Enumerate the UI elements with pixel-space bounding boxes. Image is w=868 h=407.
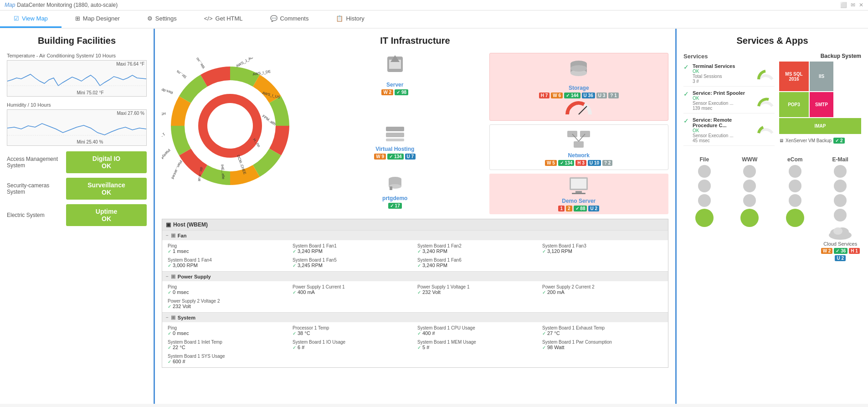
right-upper-section: Services ✓ Terminal Services OK Total Se… — [683, 53, 861, 149]
storage-badge-u2: U 3 — [596, 93, 607, 98]
ps1-current1: Power Supply 1 Current 1 ✓400 mA — [291, 283, 415, 296]
host-fan-group: − ▣ Fan Ping ✓1 msec System Board 1 Fan1… — [162, 230, 668, 271]
digital-io-button[interactable]: Digital IOOK — [66, 151, 147, 173]
print-service-info: Service: Print Spooler OK Sensor Executi… — [693, 90, 753, 111]
demo-badge-ok: ✓ 88 — [574, 206, 587, 211]
treemap-iis[interactable]: IIS — [810, 62, 833, 91]
rpc-row: ✓ Service: Remote Procedure C... OK Sens… — [683, 117, 775, 146]
tab-settings[interactable]: ⚙ Settings — [134, 10, 190, 28]
demo-server-card[interactable]: Demo Server 1 2 ✓ 88 U 2 — [489, 174, 669, 214]
fan-expand-icon[interactable]: − — [166, 233, 169, 238]
server-badge-ok: ✓ 98 — [395, 89, 408, 95]
rpc-gauge — [756, 117, 775, 135]
it-title: IT Infrastructure — [162, 36, 668, 46]
delete-icon[interactable]: ✕ — [859, 2, 863, 8]
surveillance-button[interactable]: SurveillanceOK — [66, 178, 147, 200]
main-content: Building Facilities Temperature - Air Co… — [0, 29, 868, 404]
host-wbem-title: Host (WBEM) — [173, 222, 208, 228]
top-bar: Map DataCenter Monitoring (1880, auto-sc… — [0, 0, 868, 10]
vh-badge-w: W 9 — [374, 154, 386, 160]
tab-map-designer[interactable]: ⊞ Map Designer — [62, 10, 134, 28]
system-server-icon: ▣ — [171, 314, 175, 320]
power-metrics: Ping ✓0 msec Power Supply 1 Current 1 ✓4… — [162, 281, 668, 312]
file-circles — [683, 165, 725, 227]
email-service: E-Mail Cloud Services — [820, 156, 862, 261]
electric-system-label: Electric System — [7, 212, 62, 218]
print-gauge — [756, 90, 775, 108]
svg-rect-41 — [571, 179, 586, 189]
svg-text:AWS_I_DE: AWS_I_DE — [252, 69, 271, 77]
services-apps-panel: Services & Apps Services ✓ Terminal Serv… — [677, 29, 868, 404]
network-card[interactable]: Network W 5 ✓ 134 H 3 U 10 ? 2 — [489, 124, 669, 170]
view-map-icon: ☑ — [14, 15, 19, 22]
terminal-service-detail1: Total Sessions — [693, 74, 753, 79]
email-circle-4 — [834, 209, 847, 222]
save-icon[interactable]: ⬜ — [840, 2, 847, 8]
svg-text:FPM..alth: FPM..alth — [262, 114, 277, 126]
print-check-icon: ✓ — [683, 90, 689, 98]
tab-comments[interactable]: 💬 Comments — [257, 10, 323, 28]
svg-rect-30 — [386, 139, 404, 141]
virtual-hosting-card[interactable]: Virtual Hosting W 9 ✓ 134 U 7 — [305, 124, 485, 170]
email-circle-1 — [834, 165, 847, 178]
cloud-badge-u: U 2 — [835, 255, 846, 261]
tab-history[interactable]: 📋 History — [322, 10, 378, 28]
map-designer-icon: ⊞ — [75, 15, 80, 22]
storage-badge-w: W 6 — [551, 93, 563, 98]
treemap-pop3[interactable]: POP3 — [779, 92, 809, 117]
file-circle-2 — [698, 180, 711, 192]
svg-rect-42 — [575, 191, 582, 193]
file-circle-3 — [698, 194, 711, 207]
fan-group-header: − ▣ Fan — [162, 231, 668, 240]
email-service-title: E-Mail — [820, 156, 862, 163]
storage-badge-q: ? 1 — [608, 93, 618, 98]
top-bar-icons: ⬜ ✉ ✕ — [840, 2, 863, 8]
system-expand-icon[interactable]: − — [166, 315, 169, 320]
security-cameras-label: Security-cameras System — [7, 182, 62, 195]
cloud-badge-ok: ✓ 36 — [834, 248, 847, 254]
www-circle-3 — [743, 194, 756, 207]
treemap-imap[interactable]: IMAP — [779, 118, 861, 134]
ecom-service-title: eCom — [774, 156, 816, 163]
sb1-cpu: System Board 1 CPU Usage ✓400 # — [416, 324, 539, 337]
uptime-button[interactable]: UptimeOK — [66, 204, 147, 226]
print-service-status: OK — [693, 96, 753, 101]
temp-max-label: Maxi 76.64 °F — [116, 62, 144, 67]
humidity-max-label: Maxi 27.60 % — [117, 111, 144, 116]
email-circle-3 — [834, 194, 847, 207]
svg-rect-28 — [386, 127, 404, 131]
power-ping: Ping ✓0 msec — [166, 283, 290, 296]
proc1-temp: Processor 1 Temp ✓38 °C — [291, 324, 415, 337]
expand-host-icon[interactable]: ▣ — [166, 222, 171, 228]
terminal-service-info: Terminal Services OK Total Sessions 3 # — [693, 63, 753, 84]
ps1-voltage1: Power Supply 1 Voltage 1 ✓232 Volt — [416, 283, 539, 296]
email-icon[interactable]: ✉ — [851, 2, 855, 8]
virtual-hosting-icon — [305, 124, 485, 144]
net-badge-w: W 5 — [545, 160, 557, 166]
building-title: Building Facilities — [7, 36, 147, 46]
power-expand-icon[interactable]: − — [166, 274, 169, 279]
storage-card[interactable]: Storage H 7 W 6 ✓ 144 U 36 U 3 ? 1 — [489, 53, 669, 121]
server-card[interactable]: Server W 2 ✓ 98 — [305, 53, 485, 121]
svg-rect-29 — [386, 133, 404, 137]
tab-get-html[interactable]: </> Get HTML — [190, 10, 257, 28]
net-badge-q: ? 2 — [602, 160, 612, 166]
prtgdemo-card[interactable]: prtgdemo ✓ 17 — [305, 174, 485, 214]
host-power-group: − ▣ Power Supply Ping ✓0 msec Power Supp… — [162, 271, 668, 312]
ps2-current2: Power Supply 2 Current 2 ✓200 mA — [540, 283, 664, 296]
temperature-chart-section: Temperature - Air Conditioning System/ 1… — [7, 53, 147, 97]
treemap-smtp[interactable]: SMTP — [810, 92, 833, 117]
storage-badge-u: U 36 — [582, 93, 595, 98]
print-service-detail1-val: 139 msec — [693, 106, 753, 111]
bottom-services: File WWW eCom — [683, 156, 861, 261]
services-label: Services — [683, 53, 775, 60]
humidity-chart-label: Humidity / 10 Hours — [7, 102, 147, 108]
access-management-label: Access Management System — [7, 156, 62, 169]
sb1-sys: System Board 1 SYS Usage ✓600 # — [166, 352, 290, 366]
nav-tabs: ☑ View Map ⊞ Map Designer ⚙ Settings </>… — [0, 10, 868, 29]
file-circle-4 — [695, 209, 714, 227]
rpc-service-status: OK — [693, 128, 753, 133]
treemap-mssql[interactable]: MS SQL2016 — [779, 62, 809, 91]
fan3: System Board 1 Fan3 ✓3,120 RPM — [540, 242, 664, 255]
tab-view-map[interactable]: ☑ View Map — [0, 10, 62, 28]
